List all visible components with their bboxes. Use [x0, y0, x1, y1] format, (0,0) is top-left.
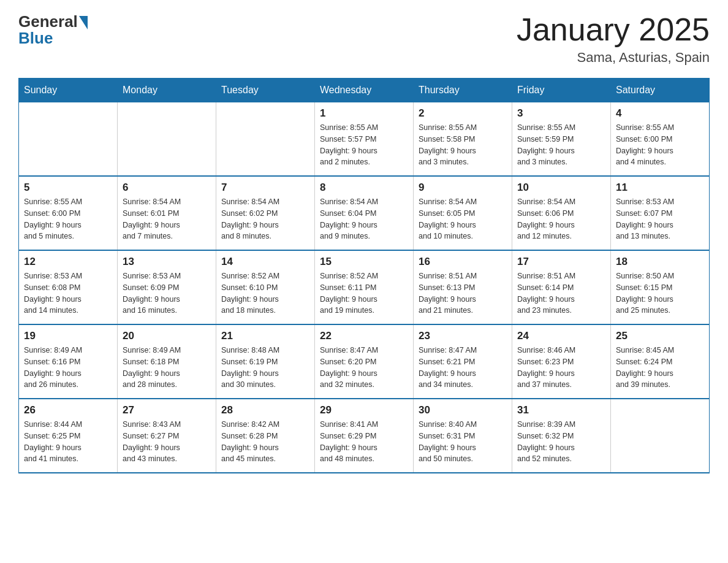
day-info: Sunrise: 8:45 AM Sunset: 6:24 PM Dayligh…: [616, 345, 704, 391]
day-number: 23: [419, 330, 507, 342]
day-info: Sunrise: 8:55 AM Sunset: 6:00 PM Dayligh…: [24, 196, 112, 242]
day-info: Sunrise: 8:49 AM Sunset: 6:18 PM Dayligh…: [123, 345, 211, 391]
day-info: Sunrise: 8:54 AM Sunset: 6:06 PM Dayligh…: [517, 196, 605, 242]
calendar-cell: [216, 102, 315, 177]
day-number: 19: [24, 330, 112, 342]
day-number: 1: [320, 107, 408, 120]
location-title: Sama, Asturias, Spain: [517, 50, 710, 66]
calendar-cell: [611, 399, 710, 473]
day-info: Sunrise: 8:51 AM Sunset: 6:13 PM Dayligh…: [419, 270, 507, 316]
day-info: Sunrise: 8:42 AM Sunset: 6:28 PM Dayligh…: [221, 419, 309, 465]
month-title: January 2025: [517, 12, 710, 47]
day-number: 11: [616, 182, 704, 194]
day-info: Sunrise: 8:40 AM Sunset: 6:31 PM Dayligh…: [419, 419, 507, 465]
day-info: Sunrise: 8:53 AM Sunset: 6:09 PM Dayligh…: [123, 270, 211, 316]
day-number: 3: [517, 107, 605, 120]
day-number: 21: [221, 330, 309, 342]
day-info: Sunrise: 8:47 AM Sunset: 6:20 PM Dayligh…: [320, 345, 408, 391]
calendar-cell: 29Sunrise: 8:41 AM Sunset: 6:29 PM Dayli…: [315, 399, 414, 473]
day-number: 10: [517, 182, 605, 194]
logo-triangle-icon: [79, 16, 88, 29]
calendar-cell: 10Sunrise: 8:54 AM Sunset: 6:06 PM Dayli…: [512, 176, 611, 250]
calendar-cell: 2Sunrise: 8:55 AM Sunset: 5:58 PM Daylig…: [414, 102, 512, 177]
day-number: 2: [419, 107, 507, 120]
day-info: Sunrise: 8:55 AM Sunset: 5:57 PM Dayligh…: [320, 122, 408, 168]
calendar-week-row: 26Sunrise: 8:44 AM Sunset: 6:25 PM Dayli…: [19, 399, 710, 473]
calendar-cell: 11Sunrise: 8:53 AM Sunset: 6:07 PM Dayli…: [611, 176, 710, 250]
calendar-cell: 4Sunrise: 8:55 AM Sunset: 6:00 PM Daylig…: [611, 102, 710, 177]
day-number: 20: [123, 330, 211, 342]
calendar-cell: 6Sunrise: 8:54 AM Sunset: 6:01 PM Daylig…: [118, 176, 216, 250]
calendar-header-sunday: Sunday: [19, 79, 118, 102]
day-info: Sunrise: 8:53 AM Sunset: 6:07 PM Dayligh…: [616, 196, 704, 242]
day-info: Sunrise: 8:53 AM Sunset: 6:08 PM Dayligh…: [24, 270, 112, 316]
calendar-cell: 17Sunrise: 8:51 AM Sunset: 6:14 PM Dayli…: [512, 250, 611, 324]
calendar-cell: 12Sunrise: 8:53 AM Sunset: 6:08 PM Dayli…: [19, 250, 118, 324]
calendar-cell: 28Sunrise: 8:42 AM Sunset: 6:28 PM Dayli…: [216, 399, 315, 473]
calendar-cell: 23Sunrise: 8:47 AM Sunset: 6:21 PM Dayli…: [414, 324, 512, 399]
day-number: 17: [517, 256, 605, 268]
calendar-cell: 16Sunrise: 8:51 AM Sunset: 6:13 PM Dayli…: [414, 250, 512, 324]
day-info: Sunrise: 8:55 AM Sunset: 5:58 PM Dayligh…: [419, 122, 507, 168]
calendar-cell: 19Sunrise: 8:49 AM Sunset: 6:16 PM Dayli…: [19, 324, 118, 399]
day-number: 6: [123, 182, 211, 194]
calendar-cell: 3Sunrise: 8:55 AM Sunset: 5:59 PM Daylig…: [512, 102, 611, 177]
calendar-cell: 25Sunrise: 8:45 AM Sunset: 6:24 PM Dayli…: [611, 324, 710, 399]
calendar-cell: 24Sunrise: 8:46 AM Sunset: 6:23 PM Dayli…: [512, 324, 611, 399]
calendar-cell: 26Sunrise: 8:44 AM Sunset: 6:25 PM Dayli…: [19, 399, 118, 473]
day-number: 25: [616, 330, 704, 342]
day-number: 26: [24, 404, 112, 416]
calendar-cell: 13Sunrise: 8:53 AM Sunset: 6:09 PM Dayli…: [118, 250, 216, 324]
day-info: Sunrise: 8:48 AM Sunset: 6:19 PM Dayligh…: [221, 345, 309, 391]
calendar-week-row: 5Sunrise: 8:55 AM Sunset: 6:00 PM Daylig…: [19, 176, 710, 250]
day-number: 30: [419, 404, 507, 416]
calendar-week-row: 1Sunrise: 8:55 AM Sunset: 5:57 PM Daylig…: [19, 102, 710, 177]
day-info: Sunrise: 8:41 AM Sunset: 6:29 PM Dayligh…: [320, 419, 408, 465]
calendar-header-saturday: Saturday: [611, 79, 710, 102]
day-number: 27: [123, 404, 211, 416]
calendar-cell: 8Sunrise: 8:54 AM Sunset: 6:04 PM Daylig…: [315, 176, 414, 250]
day-number: 9: [419, 182, 507, 194]
calendar-week-row: 19Sunrise: 8:49 AM Sunset: 6:16 PM Dayli…: [19, 324, 710, 399]
calendar-cell: 22Sunrise: 8:47 AM Sunset: 6:20 PM Dayli…: [315, 324, 414, 399]
day-number: 22: [320, 330, 408, 342]
calendar-cell: 5Sunrise: 8:55 AM Sunset: 6:00 PM Daylig…: [19, 176, 118, 250]
day-info: Sunrise: 8:49 AM Sunset: 6:16 PM Dayligh…: [24, 345, 112, 391]
calendar-header-monday: Monday: [118, 79, 216, 102]
day-number: 15: [320, 256, 408, 268]
calendar-cell: 7Sunrise: 8:54 AM Sunset: 6:02 PM Daylig…: [216, 176, 315, 250]
day-number: 18: [616, 256, 704, 268]
day-info: Sunrise: 8:47 AM Sunset: 6:21 PM Dayligh…: [419, 345, 507, 391]
calendar-cell: 27Sunrise: 8:43 AM Sunset: 6:27 PM Dayli…: [118, 399, 216, 473]
calendar-cell: 21Sunrise: 8:48 AM Sunset: 6:19 PM Dayli…: [216, 324, 315, 399]
day-number: 5: [24, 182, 112, 194]
calendar-cell: 20Sunrise: 8:49 AM Sunset: 6:18 PM Dayli…: [118, 324, 216, 399]
calendar-header-tuesday: Tuesday: [216, 79, 315, 102]
logo: General Blue: [18, 12, 88, 48]
day-info: Sunrise: 8:55 AM Sunset: 5:59 PM Dayligh…: [517, 122, 605, 168]
calendar-cell: 1Sunrise: 8:55 AM Sunset: 5:57 PM Daylig…: [315, 102, 414, 177]
calendar-header-friday: Friday: [512, 79, 611, 102]
day-number: 4: [616, 107, 704, 120]
day-number: 29: [320, 404, 408, 416]
calendar-cell: 31Sunrise: 8:39 AM Sunset: 6:32 PM Dayli…: [512, 399, 611, 473]
day-info: Sunrise: 8:54 AM Sunset: 6:02 PM Dayligh…: [221, 196, 309, 242]
title-block: January 2025 Sama, Asturias, Spain: [517, 12, 710, 66]
calendar-header-row: SundayMondayTuesdayWednesdayThursdayFrid…: [19, 79, 710, 102]
logo-blue-text: Blue: [18, 29, 53, 48]
day-info: Sunrise: 8:54 AM Sunset: 6:05 PM Dayligh…: [419, 196, 507, 242]
day-number: 12: [24, 256, 112, 268]
calendar-cell: 15Sunrise: 8:52 AM Sunset: 6:11 PM Dayli…: [315, 250, 414, 324]
day-number: 28: [221, 404, 309, 416]
day-info: Sunrise: 8:50 AM Sunset: 6:15 PM Dayligh…: [616, 270, 704, 316]
calendar-cell: 18Sunrise: 8:50 AM Sunset: 6:15 PM Dayli…: [611, 250, 710, 324]
day-info: Sunrise: 8:39 AM Sunset: 6:32 PM Dayligh…: [517, 419, 605, 465]
page-header: General Blue January 2025 Sama, Asturias…: [18, 12, 710, 66]
calendar-header-thursday: Thursday: [414, 79, 512, 102]
day-info: Sunrise: 8:52 AM Sunset: 6:11 PM Dayligh…: [320, 270, 408, 316]
day-info: Sunrise: 8:43 AM Sunset: 6:27 PM Dayligh…: [123, 419, 211, 465]
day-info: Sunrise: 8:51 AM Sunset: 6:14 PM Dayligh…: [517, 270, 605, 316]
day-info: Sunrise: 8:44 AM Sunset: 6:25 PM Dayligh…: [24, 419, 112, 465]
calendar-cell: 14Sunrise: 8:52 AM Sunset: 6:10 PM Dayli…: [216, 250, 315, 324]
day-number: 24: [517, 330, 605, 342]
